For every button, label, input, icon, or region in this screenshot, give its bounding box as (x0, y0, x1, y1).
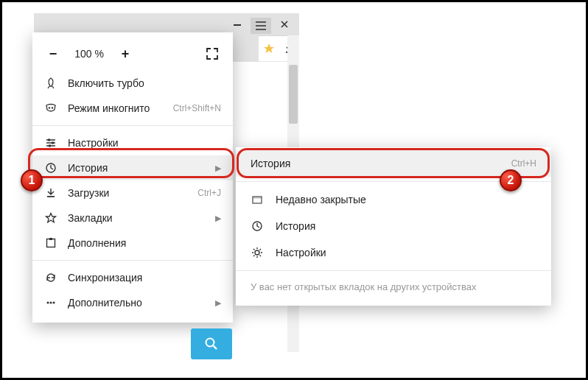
menu-item-more[interactable]: Дополнительно ▶ (32, 290, 233, 315)
close-button[interactable] (274, 16, 295, 32)
svg-rect-8 (49, 145, 51, 147)
hamburger-menu-button[interactable] (251, 18, 271, 34)
mask-icon (44, 102, 57, 115)
menu-item-label: Закладки (68, 212, 205, 224)
download-icon (44, 186, 57, 200)
fullscreen-icon[interactable] (202, 43, 223, 64)
chevron-right-icon: ▶ (215, 163, 221, 173)
menu-item-sync[interactable]: Синхронизация (32, 265, 233, 290)
zoom-in-button[interactable]: + (115, 43, 136, 64)
svg-marker-11 (46, 214, 56, 222)
svg-point-15 (50, 302, 52, 304)
clock-icon (44, 161, 57, 175)
submenu-item-recently-closed[interactable]: Недавно закрытые (236, 186, 551, 213)
menu-item-bookmarks[interactable]: Закладки ▶ (32, 205, 233, 231)
chevron-right-icon: ▶ (215, 214, 221, 223)
shortcut-hint: Ctrl+Shift+N (173, 103, 221, 113)
submenu-item-label: Настройки (276, 247, 536, 258)
chevron-right-icon: ▶ (215, 298, 221, 308)
submenu-item-label: Недавно закрытые (276, 194, 536, 205)
menu-separator (236, 270, 551, 271)
submenu-footnote: У вас нет открытых вкладок на других уст… (236, 275, 551, 295)
menu-item-settings[interactable]: Настройки (32, 130, 233, 155)
menu-separator (32, 260, 233, 261)
main-menu: − 100 % + Включить турбо Режим инкогнито… (32, 32, 233, 323)
svg-point-14 (47, 302, 49, 304)
menu-item-downloads[interactable]: Загрузки Ctrl+J (32, 180, 233, 205)
search-button[interactable] (191, 328, 232, 359)
rocket-icon (44, 77, 57, 90)
tab-icon (251, 193, 264, 206)
menu-item-turbo[interactable]: Включить турбо (32, 71, 233, 96)
svg-rect-18 (253, 197, 262, 199)
star-icon (44, 211, 57, 225)
svg-rect-0 (234, 24, 241, 26)
submenu-item-history-page[interactable]: История (236, 213, 551, 239)
menu-item-label: Загрузки (68, 187, 187, 199)
annotation-badge-2: 2 (500, 169, 522, 191)
svg-rect-7 (52, 142, 54, 144)
shortcut-hint: Ctrl+J (197, 188, 221, 198)
svg-point-4 (49, 107, 50, 108)
svg-point-5 (52, 107, 53, 108)
shortcut-hint: Ctrl+H (511, 158, 536, 169)
search-icon (204, 337, 219, 351)
zoom-out-button[interactable]: − (43, 43, 63, 64)
addon-icon (44, 236, 57, 250)
svg-marker-2 (264, 43, 274, 53)
gear-icon (251, 246, 264, 259)
svg-point-16 (53, 302, 55, 304)
bookmark-star-icon[interactable] (263, 43, 275, 54)
submenu-item-settings[interactable]: Настройки (236, 239, 551, 266)
svg-point-20 (255, 250, 259, 255)
svg-rect-10 (47, 196, 55, 197)
svg-rect-13 (49, 238, 52, 240)
menu-item-label: Режим инкогнито (68, 102, 163, 114)
menu-item-label: Дополнения (68, 237, 221, 249)
submenu-item-label: История (276, 220, 536, 232)
sync-icon (44, 271, 57, 284)
menu-separator (32, 125, 233, 126)
menu-item-history[interactable]: История ▶ (32, 155, 233, 180)
minimize-button[interactable] (227, 16, 248, 32)
svg-rect-6 (48, 139, 50, 141)
zoom-controls: − 100 % + (32, 37, 233, 71)
menu-item-label: История (68, 162, 205, 174)
menu-item-label: Синхронизация (68, 272, 221, 284)
submenu-item-label: История (251, 158, 500, 169)
zoom-value: 100 % (63, 48, 115, 60)
clock-icon (251, 219, 264, 233)
svg-point-21 (206, 339, 214, 347)
menu-item-label: Дополнительно (68, 297, 205, 309)
menu-item-label: Включить турбо (68, 77, 221, 89)
sliders-icon (44, 136, 57, 149)
menu-item-label: Настройки (68, 137, 221, 149)
menu-item-addons[interactable]: Дополнения (32, 231, 233, 256)
annotation-badge-1: 1 (21, 169, 43, 191)
menu-item-incognito[interactable]: Режим инкогнито Ctrl+Shift+N (32, 96, 233, 121)
dots-icon (44, 296, 57, 309)
svg-rect-12 (47, 239, 55, 247)
